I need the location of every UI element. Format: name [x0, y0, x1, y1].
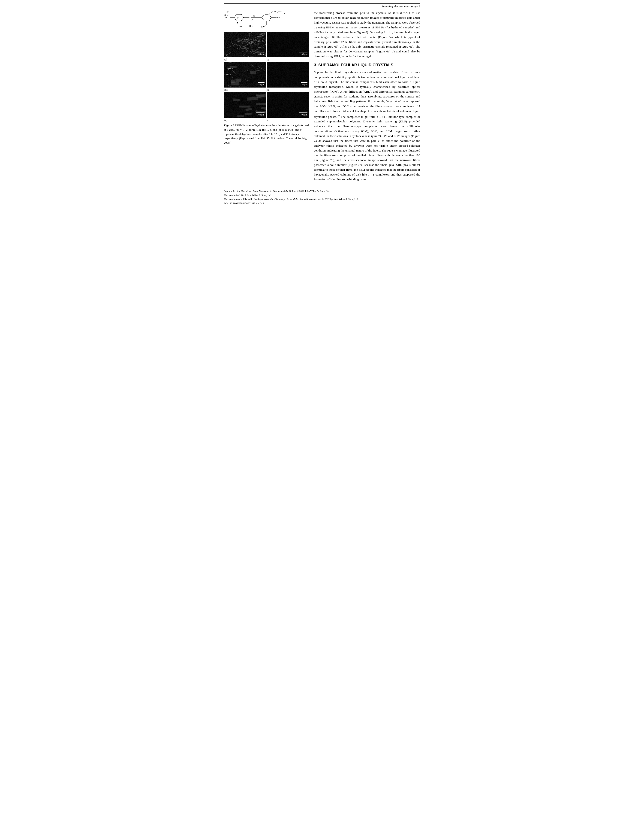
scalebar-bprime: 50 μm	[301, 82, 307, 86]
svg-text:O-H: O-H	[238, 25, 242, 28]
fig6-sublabel-c: (c)	[224, 118, 266, 122]
crystal-label: Crystal	[226, 67, 233, 70]
svg-text:O: O	[227, 11, 228, 13]
scalebar-text-c: 100 μm	[258, 114, 265, 116]
section-title: SUPRAMOLECULAR LIQUID CRYSTALS	[318, 63, 393, 67]
scalebar-cprime: 100 μm	[299, 112, 307, 116]
scalebar-line-aprime	[299, 52, 307, 52]
scalebar-text-bprime: 50 μm	[302, 83, 307, 86]
footer-journal2: Supramolecular Chemistry: From Molecules…	[258, 198, 321, 200]
fig6-sublabel-bprime: b′	[267, 88, 310, 92]
scalebar-line-cprime	[299, 112, 307, 113]
fig6-sublabel-aprime: a′	[267, 58, 310, 61]
scalebar-line-c	[256, 112, 265, 113]
footer-line1: Supramolecular Chemistry: From Molecules…	[224, 189, 420, 193]
main-content: H O H-O O O	[224, 11, 420, 184]
figure6-cell-aprime: 100 μm	[267, 32, 310, 57]
scalebar-b: 50 μm	[258, 82, 265, 86]
svg-text:H-O: H-O	[224, 14, 228, 16]
svg-text:O: O	[225, 16, 227, 19]
figure6-caption: Figure 6 ESEM images of hydrated samples…	[224, 123, 309, 145]
footer-line3: This article was published in the Supram…	[224, 197, 420, 201]
svg-marker-3	[234, 14, 244, 21]
figure6-cell-bprime: 50 μm	[267, 62, 310, 88]
fig6-caption-bold: Figure 6	[224, 124, 234, 127]
section-heading: 3 SUPRAMOLECULAR LIQUID CRYSTALS	[314, 63, 420, 68]
scalebar-line-b	[258, 82, 265, 83]
scalebar-line-a	[256, 52, 265, 52]
fig6-sublabel-cprime: c′	[267, 118, 310, 122]
left-column: H O H-O O O	[224, 11, 309, 184]
footer-line2: This article is © 2012 John Wiley & Sons…	[224, 193, 420, 197]
svg-text:8: 8	[276, 11, 278, 14]
figure6-cell-cprime: 100 μm	[267, 92, 310, 118]
svg-text:O-H: O-H	[276, 16, 280, 19]
svg-text:O: O	[248, 16, 250, 19]
right-para2: Supramolecular liquid crystals are a sta…	[314, 70, 420, 182]
svg-text:O: O	[251, 19, 253, 22]
figure6-row-a: 100 μm 100 μm	[224, 32, 309, 57]
footer: Supramolecular Chemistry: From Molecules…	[224, 188, 420, 205]
scalebar-text-a: 100 μm	[258, 53, 265, 55]
footer-line4: DOI: 10.1002/9780470661345.smc044	[224, 201, 420, 206]
section-num: 3	[314, 63, 316, 67]
figure6-row-c: 100 μm 100 μm	[224, 92, 309, 118]
svg-line-6	[242, 18, 243, 20]
fig6-sublabel-b: (b)	[224, 88, 266, 92]
header-divider	[224, 3, 420, 4]
figure6-row-b: Crystal Fiber 50 μm 50 μm	[224, 62, 309, 88]
scalebar-c: 100 μm	[256, 112, 265, 116]
svg-text:O: O	[253, 15, 255, 17]
svg-text:N: N	[274, 11, 276, 12]
right-para1: the transferring process from the gels t…	[314, 11, 420, 59]
svg-text:7: 7	[236, 22, 238, 25]
header-text: Scanning electron microscopy 5	[224, 5, 420, 8]
svg-text:N: N	[261, 27, 262, 29]
svg-line-22	[269, 11, 273, 14]
scalebar-aprime: 100 μm	[299, 52, 307, 55]
svg-text:8: 8	[284, 12, 285, 15]
fig6-sublabel-a: (a)	[224, 58, 266, 61]
svg-marker-14	[262, 14, 271, 21]
page: Scanning electron microscopy 5 H O H-O	[218, 0, 426, 209]
scalebar-text-b: 50 μm	[259, 83, 265, 86]
compound-structure-svg: H O H-O O O	[224, 11, 307, 31]
footer-line1-rest: , Online © 2012 John Wiley & Sons, Ltd.	[288, 190, 330, 192]
scalebar-line-bprime	[301, 82, 307, 83]
fig6-sublabels-b: (b) b′	[224, 88, 309, 92]
fiber-label: Fiber	[226, 73, 231, 76]
svg-text:H-O: H-O	[249, 25, 253, 27]
svg-text:7: 7	[237, 16, 239, 19]
right-column: the transferring process from the gels t…	[314, 11, 420, 184]
fig6-sublabels-c: (c) c′	[224, 118, 309, 122]
footer-journal: Supramolecular Chemistry: From Molecules…	[224, 190, 288, 192]
scalebar-text-aprime: 100 μm	[300, 53, 307, 55]
figure6-images: 100 μm 100 μm (a) a′	[224, 32, 309, 122]
svg-text:OH: OH	[278, 11, 281, 12]
scalebar-a: 100 μm	[256, 52, 265, 55]
section-heading-block: 3 SUPRAMOLECULAR LIQUID CRYSTALS	[314, 63, 420, 68]
figure6-cell-a: 100 μm	[224, 32, 266, 57]
chemical-structure-fig6: H O H-O O O	[224, 11, 309, 31]
fig6-sublabels-a: (a) a′	[224, 58, 309, 61]
figure6-cell-c: 100 μm	[224, 92, 266, 118]
svg-line-17	[269, 18, 271, 20]
figure6-cell-b: Crystal Fiber 50 μm	[224, 62, 266, 88]
scalebar-text-cprime: 100 μm	[300, 114, 307, 116]
